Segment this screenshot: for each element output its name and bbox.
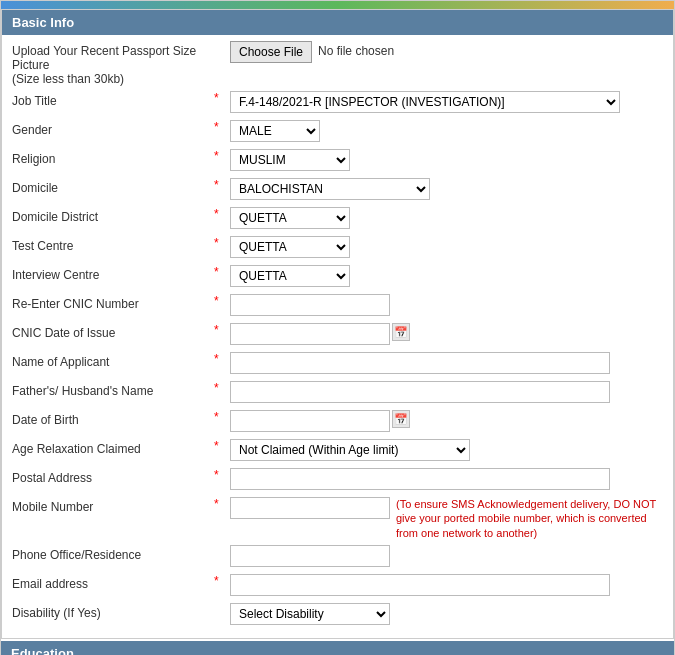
postal-address-row: Postal Address * xyxy=(12,468,663,492)
disability-select[interactable]: Select Disability xyxy=(230,603,390,625)
applicant-name-label: Name of Applicant xyxy=(12,352,212,369)
education-header: Education xyxy=(1,641,674,655)
postal-address-input[interactable] xyxy=(230,468,610,490)
disability-label: Disability (If Yes) xyxy=(12,603,212,620)
upload-row: Upload Your Recent Passport Size Picture… xyxy=(12,41,663,86)
education-section: Education Degree Institute Date Grade Ma… xyxy=(1,641,674,655)
cnic-date-label: CNIC Date of Issue xyxy=(12,323,212,340)
religion-label: Religion xyxy=(12,149,212,166)
upload-control: Choose File No file chosen xyxy=(230,41,663,63)
domicile-select[interactable]: BALOCHISTAN xyxy=(230,178,430,200)
test-centre-row: Test Centre * QUETTA xyxy=(12,236,663,260)
test-centre-select[interactable]: QUETTA xyxy=(230,236,350,258)
cnic-date-input[interactable] xyxy=(230,323,390,345)
job-title-label: Job Title xyxy=(12,91,212,108)
fathers-name-label: Father's/ Husband's Name xyxy=(12,381,212,398)
religion-select[interactable]: MUSLIM CHRISTIAN HINDU OTHER xyxy=(230,149,350,171)
age-relaxation-select[interactable]: Not Claimed (Within Age limit) xyxy=(230,439,470,461)
re-enter-cnic-row: Re-Enter CNIC Number * xyxy=(12,294,663,318)
page-wrapper: Basic Info Upload Your Recent Passport S… xyxy=(0,0,675,655)
dob-input[interactable] xyxy=(230,410,390,432)
phone-office-row: Phone Office/Residence xyxy=(12,545,663,569)
fathers-name-row: Father's/ Husband's Name * xyxy=(12,381,663,405)
mobile-number-label: Mobile Number xyxy=(12,497,212,514)
dob-row: Date of Birth * 📅 xyxy=(12,410,663,434)
domicile-district-select[interactable]: QUETTA xyxy=(230,207,350,229)
cnic-date-calendar-icon[interactable]: 📅 xyxy=(392,323,410,341)
test-centre-label: Test Centre xyxy=(12,236,212,253)
top-bar xyxy=(1,1,674,9)
job-title-select[interactable]: F.4-148/2021-R [INSPECTOR (INVESTIGATION… xyxy=(230,91,620,113)
phone-office-label: Phone Office/Residence xyxy=(12,545,212,562)
basic-info-section: Basic Info Upload Your Recent Passport S… xyxy=(1,9,674,639)
sms-warning-text: (To ensure SMS Acknowledgement delivery,… xyxy=(396,497,663,540)
interview-centre-select[interactable]: QUETTA xyxy=(230,265,350,287)
upload-label: Upload Your Recent Passport Size Picture… xyxy=(12,41,212,86)
domicile-district-row: Domicile District * QUETTA xyxy=(12,207,663,231)
fathers-name-input[interactable] xyxy=(230,381,610,403)
applicant-name-input[interactable] xyxy=(230,352,610,374)
email-input[interactable] xyxy=(230,574,610,596)
no-file-text: No file chosen xyxy=(318,41,394,58)
gender-select[interactable]: MALE FEMALE xyxy=(230,120,320,142)
domicile-district-label: Domicile District xyxy=(12,207,212,224)
religion-row: Religion * MUSLIM CHRISTIAN HINDU OTHER xyxy=(12,149,663,173)
domicile-row: Domicile * BALOCHISTAN xyxy=(12,178,663,202)
domicile-label: Domicile xyxy=(12,178,212,195)
mobile-input-wrapper: (To ensure SMS Acknowledgement delivery,… xyxy=(230,497,663,540)
re-enter-cnic-label: Re-Enter CNIC Number xyxy=(12,294,212,311)
dob-calendar-icon[interactable]: 📅 xyxy=(392,410,410,428)
email-label: Email address xyxy=(12,574,212,591)
applicant-name-row: Name of Applicant * xyxy=(12,352,663,376)
interview-centre-row: Interview Centre * QUETTA xyxy=(12,265,663,289)
job-title-row: Job Title * F.4-148/2021-R [INSPECTOR (I… xyxy=(12,91,663,115)
age-relaxation-label: Age Relaxation Claimed xyxy=(12,439,212,456)
email-row: Email address * xyxy=(12,574,663,598)
basic-info-header: Basic Info xyxy=(2,10,673,35)
mobile-number-row: Mobile Number * (To ensure SMS Acknowled… xyxy=(12,497,663,540)
gender-row: Gender * MALE FEMALE xyxy=(12,120,663,144)
phone-office-input[interactable] xyxy=(230,545,390,567)
postal-address-label: Postal Address xyxy=(12,468,212,485)
dob-label: Date of Birth xyxy=(12,410,212,427)
basic-info-form: Upload Your Recent Passport Size Picture… xyxy=(2,35,673,638)
re-enter-cnic-input[interactable] xyxy=(230,294,390,316)
interview-centre-label: Interview Centre xyxy=(12,265,212,282)
cnic-date-row: CNIC Date of Issue * 📅 xyxy=(12,323,663,347)
age-relaxation-row: Age Relaxation Claimed * Not Claimed (Wi… xyxy=(12,439,663,463)
gender-label: Gender xyxy=(12,120,212,137)
mobile-number-input[interactable] xyxy=(230,497,390,519)
choose-file-button[interactable]: Choose File xyxy=(230,41,312,63)
disability-row: Disability (If Yes) Select Disability xyxy=(12,603,663,627)
